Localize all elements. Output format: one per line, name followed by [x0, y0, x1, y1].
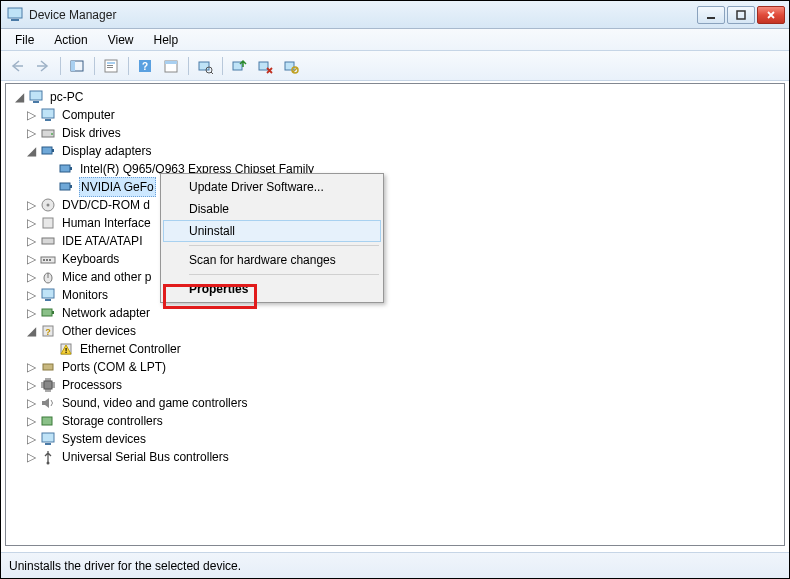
keyboard-icon	[40, 251, 56, 267]
expand-icon[interactable]: ▷	[24, 108, 38, 122]
svg-rect-37	[43, 259, 45, 261]
ide-icon	[40, 233, 56, 249]
expand-icon[interactable]: ▷	[24, 450, 38, 464]
expand-icon[interactable]: ▷	[24, 198, 38, 212]
expand-icon[interactable]: ▷	[24, 360, 38, 374]
expand-icon[interactable]: ▷	[24, 216, 38, 230]
tree-display-adapters[interactable]: ◢ Display adapters	[8, 142, 782, 160]
expand-icon[interactable]: ▷	[24, 270, 38, 284]
collapse-icon[interactable]: ◢	[24, 324, 38, 338]
menu-help[interactable]: Help	[144, 31, 189, 49]
disable-button[interactable]	[279, 55, 303, 77]
tree-display-intel[interactable]: ▷ Intel(R) Q965/Q963 Express Chipset Fam…	[8, 160, 782, 178]
tree-label: DVD/CD-ROM d	[60, 196, 152, 214]
tree-dvd[interactable]: ▷ DVD/CD-ROM d	[8, 196, 782, 214]
tree-keyboards[interactable]: ▷ Keyboards	[8, 250, 782, 268]
ctx-update-driver[interactable]: Update Driver Software...	[163, 176, 381, 198]
tree-disk-drives[interactable]: ▷ Disk drives	[8, 124, 782, 142]
tree-mice[interactable]: ▷ Mice and other p	[8, 268, 782, 286]
tree-label: Other devices	[60, 322, 138, 340]
close-button[interactable]	[757, 6, 785, 24]
maximize-button[interactable]	[727, 6, 755, 24]
tree-processors[interactable]: ▷ Processors	[8, 376, 782, 394]
svg-rect-51	[44, 381, 52, 389]
ctx-properties[interactable]: Properties	[163, 278, 381, 300]
svg-rect-53	[42, 417, 52, 425]
expand-icon[interactable]: ▷	[24, 306, 38, 320]
menu-file[interactable]: File	[5, 31, 44, 49]
tree-other-devices[interactable]: ◢ ? Other devices	[8, 322, 782, 340]
toolbar: ?	[1, 51, 789, 81]
menu-bar: File Action View Help	[1, 29, 789, 51]
tree-label: Ports (COM & LPT)	[60, 358, 168, 376]
scan-hardware-button[interactable]	[193, 55, 217, 77]
display-adapter-icon	[40, 143, 56, 159]
svg-text:?: ?	[142, 61, 148, 72]
svg-point-33	[47, 204, 50, 207]
tree-display-nvidia[interactable]: ▷ NVIDIA GeFo	[8, 178, 782, 196]
tree-sound[interactable]: ▷ Sound, video and game controllers	[8, 394, 782, 412]
svg-rect-22	[42, 109, 54, 118]
svg-rect-7	[107, 62, 115, 64]
ctx-disable[interactable]: Disable	[163, 198, 381, 220]
forward-button[interactable]	[31, 55, 55, 77]
collapse-icon[interactable]: ◢	[24, 144, 38, 158]
tree-label: Display adapters	[60, 142, 153, 160]
collapse-icon[interactable]: ◢	[12, 90, 26, 104]
tree-monitors[interactable]: ▷ Monitors	[8, 286, 782, 304]
tree-system-devices[interactable]: ▷ System devices	[8, 430, 782, 448]
help-button[interactable]: ?	[133, 55, 157, 77]
back-button[interactable]	[5, 55, 29, 77]
window-buttons	[697, 6, 785, 24]
expand-icon[interactable]: ▷	[24, 234, 38, 248]
tree-label: pc-PC	[48, 88, 85, 106]
tree-hid[interactable]: ▷ Human Interface	[8, 214, 782, 232]
tree-ethernet-controller[interactable]: ▷ ! Ethernet Controller	[8, 340, 782, 358]
svg-rect-39	[49, 259, 51, 261]
minimize-button[interactable]	[697, 6, 725, 24]
svg-rect-3	[737, 11, 745, 19]
title-bar: Device Manager	[1, 1, 789, 29]
toolbar-separator	[185, 55, 191, 77]
tree-label: Sound, video and game controllers	[60, 394, 249, 412]
menu-action[interactable]: Action	[44, 31, 97, 49]
menu-view[interactable]: View	[98, 31, 144, 49]
other-devices-icon: ?	[40, 323, 56, 339]
app-icon	[7, 7, 23, 23]
expand-icon[interactable]: ▷	[24, 432, 38, 446]
svg-text:!: !	[65, 346, 68, 355]
expand-icon[interactable]: ▷	[24, 378, 38, 392]
svg-rect-9	[107, 67, 113, 68]
tree-root[interactable]: ◢ pc-PC	[8, 88, 782, 106]
processor-icon	[40, 377, 56, 393]
tree-label: Computer	[60, 106, 117, 124]
expand-icon[interactable]: ▷	[24, 414, 38, 428]
ctx-uninstall[interactable]: Uninstall	[163, 220, 381, 242]
expand-icon[interactable]: ▷	[24, 252, 38, 266]
tree-label: IDE ATA/ATAPI	[60, 232, 144, 250]
tree-storage[interactable]: ▷ Storage controllers	[8, 412, 782, 430]
svg-rect-29	[70, 167, 72, 170]
calendar-icon[interactable]	[159, 55, 183, 77]
properties-button[interactable]	[99, 55, 123, 77]
show-hide-tree-button[interactable]	[65, 55, 89, 77]
update-driver-button[interactable]	[227, 55, 251, 77]
ctx-scan-hardware[interactable]: Scan for hardware changes	[163, 249, 381, 271]
uninstall-button[interactable]	[253, 55, 277, 77]
tree-computer[interactable]: ▷ Computer	[8, 106, 782, 124]
svg-rect-5	[71, 61, 75, 71]
tree-usb[interactable]: ▷ Universal Serial Bus controllers	[8, 448, 782, 466]
tree-network[interactable]: ▷ Network adapter	[8, 304, 782, 322]
context-menu: Update Driver Software... Disable Uninst…	[160, 173, 384, 303]
svg-rect-31	[70, 185, 72, 188]
device-tree-panel[interactable]: ◢ pc-PC ▷ Computer ▷ Disk drives ◢ Displ…	[5, 83, 785, 546]
tree-ports[interactable]: ▷ Ports (COM & LPT)	[8, 358, 782, 376]
svg-rect-27	[52, 149, 54, 152]
tree-ide[interactable]: ▷ IDE ATA/ATAPI	[8, 232, 782, 250]
window-title: Device Manager	[29, 8, 697, 22]
expand-icon[interactable]: ▷	[24, 288, 38, 302]
svg-rect-38	[46, 259, 48, 261]
expand-icon[interactable]: ▷	[24, 396, 38, 410]
mouse-icon	[40, 269, 56, 285]
expand-icon[interactable]: ▷	[24, 126, 38, 140]
